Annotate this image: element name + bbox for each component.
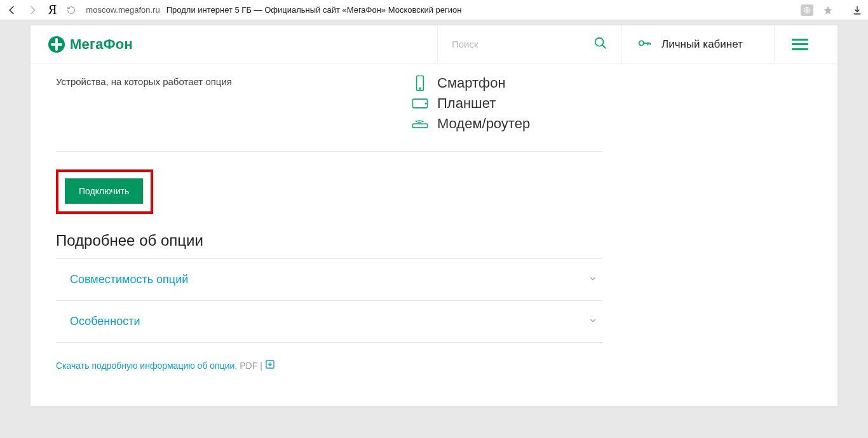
connect-button[interactable]: Подключить bbox=[65, 178, 143, 204]
bookmark-star-icon[interactable] bbox=[822, 4, 834, 16]
brand-logo[interactable]: МегаФон bbox=[31, 25, 437, 63]
main-content: Устройства, на которых работает опция См… bbox=[31, 63, 628, 397]
search-icon[interactable] bbox=[593, 36, 607, 53]
browser-right-icons bbox=[801, 4, 863, 16]
svg-rect-7 bbox=[413, 124, 428, 128]
download-icon bbox=[265, 359, 275, 371]
smartphone-icon bbox=[412, 75, 428, 91]
accordion-label: Совместимость опций bbox=[70, 273, 188, 286]
devices-section: Устройства, на которых работает опция См… bbox=[56, 75, 602, 132]
shield-icon[interactable] bbox=[801, 4, 813, 16]
browser-toolbar: Я moscow.megafon.ru Продли интернет 5 ГБ… bbox=[0, 0, 868, 20]
brand-name: МегаФон bbox=[70, 36, 133, 53]
account-link[interactable]: Личный кабинет bbox=[621, 25, 774, 63]
key-icon bbox=[637, 36, 651, 53]
hamburger-icon bbox=[792, 39, 808, 50]
details-heading: Подробнее об опции bbox=[56, 232, 602, 249]
download-sep: | bbox=[260, 361, 262, 371]
connect-highlight: Подключить bbox=[56, 169, 153, 214]
devices-label: Устройства, на которых работает опция bbox=[56, 75, 412, 87]
reload-icon[interactable] bbox=[65, 4, 77, 16]
accordion-label: Особенности bbox=[70, 315, 140, 328]
svg-point-1 bbox=[595, 37, 604, 46]
forward-button[interactable] bbox=[25, 3, 39, 17]
accordion-item[interactable]: Особенности bbox=[56, 301, 602, 343]
site-header: МегаФон Личный кабинет bbox=[31, 25, 837, 63]
tablet-icon bbox=[412, 97, 428, 110]
url-title: Продли интернет 5 ГБ — Официальный сайт … bbox=[166, 5, 462, 15]
megafon-mark-icon bbox=[48, 36, 65, 53]
accordion-item[interactable]: Совместимость опций bbox=[56, 259, 602, 301]
device-item: Планшет bbox=[412, 95, 530, 112]
yandex-logo[interactable]: Я bbox=[48, 3, 57, 17]
back-button[interactable] bbox=[5, 3, 19, 17]
menu-button[interactable] bbox=[774, 25, 825, 63]
device-item: Модем/роутер bbox=[412, 116, 530, 132]
url-domain: moscow.megafon.ru bbox=[86, 5, 159, 15]
chevron-down-icon bbox=[588, 316, 597, 327]
device-name: Планшет bbox=[437, 95, 496, 112]
account-label: Личный кабинет bbox=[661, 38, 743, 51]
search-box bbox=[437, 25, 621, 63]
divider bbox=[56, 151, 602, 152]
download-link[interactable]: Скачать подробную информацию об опции, P… bbox=[56, 359, 602, 371]
svg-point-2 bbox=[639, 41, 644, 45]
device-item: Смартфон bbox=[412, 75, 530, 91]
devices-list: СмартфонПланшетМодем/роутер bbox=[412, 75, 530, 132]
chevron-down-icon bbox=[588, 274, 597, 285]
search-input[interactable] bbox=[452, 39, 579, 50]
router-icon bbox=[412, 117, 428, 130]
download-format: PDF bbox=[240, 361, 257, 371]
download-text: Скачать подробную информацию об опции, bbox=[56, 361, 237, 371]
page-container: МегаФон Личный кабинет Устройства, на ко… bbox=[31, 25, 837, 406]
accordion: Совместимость опцийОсобенности bbox=[56, 258, 602, 343]
device-name: Модем/роутер bbox=[437, 116, 530, 132]
device-name: Смартфон bbox=[437, 75, 506, 91]
svg-point-4 bbox=[419, 88, 421, 89]
svg-point-6 bbox=[425, 103, 426, 104]
address-bar[interactable]: moscow.megafon.ru Продли интернет 5 ГБ —… bbox=[83, 5, 794, 15]
downloads-icon[interactable] bbox=[851, 4, 863, 16]
